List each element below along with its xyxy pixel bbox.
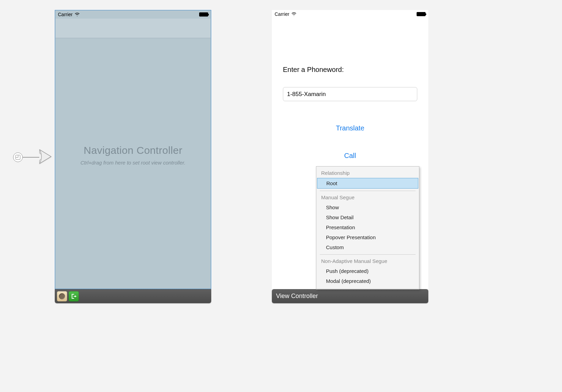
view-controller-view[interactable]: Carrier Enter a Phoneword: Translate Cal… [272, 10, 428, 289]
view-controller-icon[interactable] [57, 291, 67, 301]
exit-icon[interactable] [69, 291, 79, 301]
navigation-bar[interactable] [55, 19, 211, 38]
segue-option-popover[interactable]: Popover Presentation [316, 232, 419, 242]
segue-option-custom-deprecated[interactable]: Custom (deprecated) [316, 286, 419, 289]
status-bar: Carrier [55, 10, 211, 19]
segue-option-modal-deprecated[interactable]: Modal (deprecated) [316, 276, 419, 286]
scene-dock[interactable] [55, 289, 211, 303]
navigation-controller-scene[interactable]: Carrier Navigation Controller Ctrl+drag … [55, 10, 211, 303]
wifi-icon [74, 12, 80, 17]
arrow-head-icon [39, 149, 52, 166]
segue-option-custom[interactable]: Custom [316, 242, 419, 252]
phoneword-input[interactable] [283, 87, 417, 101]
navigation-controller-view[interactable]: Carrier Navigation Controller Ctrl+drag … [55, 10, 211, 289]
segue-option-presentation[interactable]: Presentation [316, 222, 419, 232]
popup-header-relationship: Relationship [316, 167, 419, 178]
popup-header-nonadaptive: Non-Adaptive Manual Segue [316, 255, 419, 266]
battery-icon [417, 12, 426, 16]
carrier-label: Carrier [275, 11, 289, 17]
nav-controller-title: Navigation Controller [55, 145, 211, 156]
scene-title: View Controller [274, 293, 318, 300]
status-bar: Carrier [272, 10, 428, 18]
scene-dock[interactable]: View Controller [272, 289, 428, 303]
segue-option-root[interactable]: Root [317, 178, 418, 189]
view-controller-scene[interactable]: Carrier Enter a Phoneword: Translate Cal… [272, 10, 428, 303]
segue-popup[interactable]: Relationship Root Manual Segue Show Show… [316, 166, 419, 289]
translate-button[interactable]: Translate [272, 124, 428, 132]
popup-header-manual: Manual Segue [316, 191, 419, 202]
call-button[interactable]: Call [272, 152, 428, 160]
entry-circle-icon [13, 152, 23, 162]
arrow-line [23, 157, 39, 158]
nav-controller-subtitle: Ctrl+drag from here to set root view con… [55, 160, 211, 166]
storyboard-entry-point[interactable] [13, 149, 52, 166]
wifi-icon [291, 11, 297, 17]
phoneword-label: Enter a Phoneword: [283, 66, 344, 74]
segue-option-show-detail[interactable]: Show Detail [316, 212, 419, 222]
segue-option-show[interactable]: Show [316, 202, 419, 212]
carrier-label: Carrier [58, 12, 73, 17]
battery-icon [199, 12, 208, 17]
segue-option-push-deprecated[interactable]: Push (deprecated) [316, 266, 419, 276]
